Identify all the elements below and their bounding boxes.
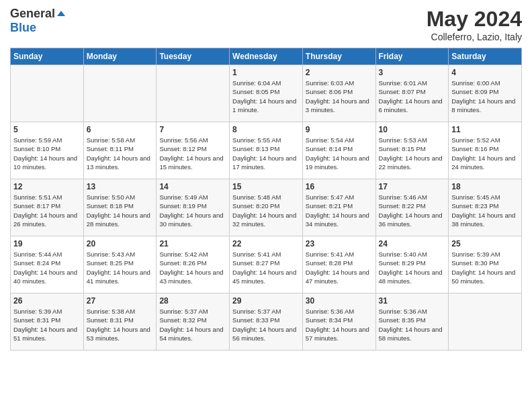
day-info: Sunrise: 5:54 AMSunset: 8:14 PMDaylight:… <box>306 136 373 171</box>
day-info: Sunrise: 5:36 AMSunset: 8:34 PMDaylight:… <box>306 307 373 342</box>
calendar-day-cell: 3Sunrise: 6:01 AMSunset: 8:07 PMDaylight… <box>375 65 449 122</box>
day-info: Sunrise: 5:41 AMSunset: 8:27 PMDaylight:… <box>232 250 300 285</box>
calendar-day-cell: 25Sunrise: 5:39 AMSunset: 8:30 PMDayligh… <box>449 236 522 293</box>
logo-general: General <box>10 7 55 20</box>
calendar-day-cell: 20Sunrise: 5:43 AMSunset: 8:25 PMDayligh… <box>83 236 157 293</box>
calendar-day-cell: 23Sunrise: 5:41 AMSunset: 8:28 PMDayligh… <box>302 236 375 293</box>
calendar-day-cell: 21Sunrise: 5:42 AMSunset: 8:26 PMDayligh… <box>157 236 230 293</box>
weekday-header-row: SundayMondayTuesdayWednesdayThursdayFrid… <box>11 48 522 65</box>
day-number: 23 <box>306 239 373 248</box>
day-info: Sunrise: 5:51 AMSunset: 8:17 PMDaylight:… <box>13 193 81 228</box>
calendar-day-cell: 14Sunrise: 5:49 AMSunset: 8:19 PMDayligh… <box>157 179 230 236</box>
calendar-day-cell: 31Sunrise: 5:36 AMSunset: 8:35 PMDayligh… <box>375 293 449 351</box>
calendar-week-row: 26Sunrise: 5:39 AMSunset: 8:31 PMDayligh… <box>11 293 522 351</box>
day-info: Sunrise: 5:42 AMSunset: 8:26 PMDaylight:… <box>159 250 226 285</box>
calendar-day-cell <box>83 65 157 122</box>
day-number: 15 <box>232 182 300 191</box>
day-info: Sunrise: 6:04 AMSunset: 8:05 PMDaylight:… <box>232 79 300 114</box>
calendar-day-cell: 17Sunrise: 5:46 AMSunset: 8:22 PMDayligh… <box>375 179 449 236</box>
day-number: 4 <box>451 68 519 77</box>
day-number: 3 <box>379 68 446 77</box>
day-number: 5 <box>13 125 81 134</box>
calendar-day-cell <box>157 65 230 122</box>
calendar-day-cell: 7Sunrise: 5:56 AMSunset: 8:12 PMDaylight… <box>157 122 230 179</box>
day-number: 11 <box>451 125 519 134</box>
day-info: Sunrise: 6:00 AMSunset: 8:09 PMDaylight:… <box>451 79 519 114</box>
day-info: Sunrise: 5:46 AMSunset: 8:22 PMDaylight:… <box>379 193 446 228</box>
day-info: Sunrise: 5:48 AMSunset: 8:20 PMDaylight:… <box>232 193 300 228</box>
day-number: 17 <box>379 182 446 191</box>
weekday-header: Tuesday <box>157 48 230 65</box>
calendar-day-cell: 13Sunrise: 5:50 AMSunset: 8:18 PMDayligh… <box>83 179 157 236</box>
day-info: Sunrise: 5:37 AMSunset: 8:33 PMDaylight:… <box>232 307 300 342</box>
calendar-day-cell: 16Sunrise: 5:47 AMSunset: 8:21 PMDayligh… <box>302 179 375 236</box>
day-info: Sunrise: 5:39 AMSunset: 8:30 PMDaylight:… <box>451 250 519 285</box>
day-number: 28 <box>159 296 226 306</box>
day-number: 29 <box>232 296 300 306</box>
calendar-table: SundayMondayTuesdayWednesdayThursdayFrid… <box>10 48 522 351</box>
svg-marker-0 <box>57 11 65 16</box>
calendar-day-cell: 4Sunrise: 6:00 AMSunset: 8:09 PMDaylight… <box>449 65 522 122</box>
weekday-header: Saturday <box>449 48 522 65</box>
location-subtitle: Colleferro, Lazio, Italy <box>427 32 522 42</box>
day-number: 8 <box>232 125 300 134</box>
day-number: 31 <box>379 296 446 306</box>
day-number: 6 <box>87 125 154 134</box>
logo-text: General Blue <box>10 7 67 35</box>
day-info: Sunrise: 5:56 AMSunset: 8:12 PMDaylight:… <box>159 136 226 171</box>
day-info: Sunrise: 5:45 AMSunset: 8:23 PMDaylight:… <box>451 193 519 228</box>
day-number: 2 <box>306 68 373 77</box>
calendar-day-cell: 26Sunrise: 5:39 AMSunset: 8:31 PMDayligh… <box>11 293 84 351</box>
day-number: 22 <box>232 239 300 248</box>
day-number: 7 <box>159 125 226 134</box>
calendar-day-cell: 10Sunrise: 5:53 AMSunset: 8:15 PMDayligh… <box>375 122 449 179</box>
day-info: Sunrise: 5:58 AMSunset: 8:11 PMDaylight:… <box>87 136 154 171</box>
day-info: Sunrise: 5:59 AMSunset: 8:10 PMDaylight:… <box>13 136 81 171</box>
day-info: Sunrise: 5:43 AMSunset: 8:25 PMDaylight:… <box>87 250 154 285</box>
day-info: Sunrise: 5:37 AMSunset: 8:32 PMDaylight:… <box>159 307 226 342</box>
title-block: May 2024 Colleferro, Lazio, Italy <box>427 7 522 42</box>
day-number: 26 <box>13 296 81 306</box>
day-info: Sunrise: 5:41 AMSunset: 8:28 PMDaylight:… <box>306 250 373 285</box>
calendar-day-cell: 5Sunrise: 5:59 AMSunset: 8:10 PMDaylight… <box>11 122 84 179</box>
day-number: 27 <box>87 296 154 306</box>
calendar-day-cell: 15Sunrise: 5:48 AMSunset: 8:20 PMDayligh… <box>230 179 303 236</box>
weekday-header: Sunday <box>11 48 84 65</box>
day-info: Sunrise: 5:39 AMSunset: 8:31 PMDaylight:… <box>13 307 81 342</box>
day-info: Sunrise: 5:55 AMSunset: 8:13 PMDaylight:… <box>232 136 300 171</box>
calendar-day-cell: 11Sunrise: 5:52 AMSunset: 8:16 PMDayligh… <box>449 122 522 179</box>
calendar-week-row: 5Sunrise: 5:59 AMSunset: 8:10 PMDaylight… <box>11 122 522 179</box>
calendar-day-cell: 2Sunrise: 6:03 AMSunset: 8:06 PMDaylight… <box>302 65 375 122</box>
calendar-day-cell: 30Sunrise: 5:36 AMSunset: 8:34 PMDayligh… <box>302 293 375 351</box>
day-info: Sunrise: 5:49 AMSunset: 8:19 PMDaylight:… <box>159 193 226 228</box>
day-number: 12 <box>13 182 81 191</box>
day-number: 24 <box>379 239 446 248</box>
logo-icon <box>56 9 66 20</box>
day-info: Sunrise: 6:03 AMSunset: 8:06 PMDaylight:… <box>306 79 373 114</box>
day-number: 13 <box>87 182 154 191</box>
calendar-week-row: 1Sunrise: 6:04 AMSunset: 8:05 PMDaylight… <box>11 65 522 122</box>
calendar-day-cell <box>449 293 522 351</box>
day-number: 10 <box>379 125 446 134</box>
day-info: Sunrise: 5:47 AMSunset: 8:21 PMDaylight:… <box>306 193 373 228</box>
calendar-day-cell: 12Sunrise: 5:51 AMSunset: 8:17 PMDayligh… <box>11 179 84 236</box>
day-number: 9 <box>306 125 373 134</box>
day-info: Sunrise: 6:01 AMSunset: 8:07 PMDaylight:… <box>379 79 446 114</box>
calendar-day-cell: 1Sunrise: 6:04 AMSunset: 8:05 PMDaylight… <box>230 65 303 122</box>
calendar-day-cell <box>11 65 84 122</box>
day-info: Sunrise: 5:50 AMSunset: 8:18 PMDaylight:… <box>87 193 154 228</box>
day-number: 20 <box>87 239 154 248</box>
calendar-day-cell: 9Sunrise: 5:54 AMSunset: 8:14 PMDaylight… <box>302 122 375 179</box>
calendar-day-cell: 22Sunrise: 5:41 AMSunset: 8:27 PMDayligh… <box>230 236 303 293</box>
weekday-header: Thursday <box>302 48 375 65</box>
weekday-header: Wednesday <box>230 48 303 65</box>
month-year-title: May 2024 <box>427 7 522 32</box>
day-info: Sunrise: 5:53 AMSunset: 8:15 PMDaylight:… <box>379 136 446 171</box>
logo-blue: Blue <box>10 21 36 34</box>
calendar-week-row: 12Sunrise: 5:51 AMSunset: 8:17 PMDayligh… <box>11 179 522 236</box>
calendar-day-cell: 8Sunrise: 5:55 AMSunset: 8:13 PMDaylight… <box>230 122 303 179</box>
page-header: General Blue May 2024 Colleferro, Lazio,… <box>10 7 522 42</box>
day-number: 19 <box>13 239 81 248</box>
calendar-day-cell: 19Sunrise: 5:44 AMSunset: 8:24 PMDayligh… <box>11 236 84 293</box>
day-info: Sunrise: 5:52 AMSunset: 8:16 PMDaylight:… <box>451 136 519 171</box>
